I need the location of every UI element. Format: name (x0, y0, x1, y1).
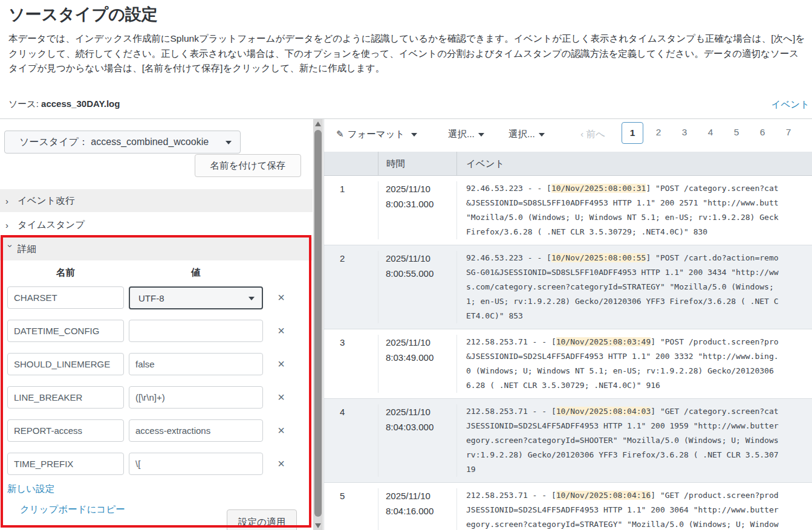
setting-row: UTF-8× (0, 286, 313, 309)
section-event-breaks[interactable]: › イベント改行 (0, 189, 313, 212)
chevron-down-icon (539, 133, 545, 137)
setting-value-input[interactable] (129, 419, 263, 442)
setting-value-select[interactable]: UTF-8 (129, 286, 263, 309)
timestamp-highlight: 10/Nov/2025:08:04:03 (556, 407, 651, 416)
event-raw-text: 212.58.253.71 - - [10/Nov/2025:08:04:03]… (457, 404, 812, 477)
section-event-breaks-label: イベント改行 (18, 195, 74, 207)
page-button-7[interactable]: 7 (778, 122, 799, 144)
chevron-down-icon: › (5, 244, 16, 256)
event-timestamp: 2025/11/108:00:31.000 (378, 181, 457, 239)
sourcetype-config-panel: ソースタイプ： access_combined_wcookie 名前を付けて保存… (0, 119, 323, 530)
section-timestamp[interactable]: › タイムスタンプ (0, 213, 313, 236)
event-row: 42025/11/108:04:03.000212.58.253.71 - - … (324, 399, 812, 483)
sourcetype-dropdown-label: ソースタイプ： (19, 137, 88, 147)
select-dropdown-2[interactable]: 選択... (508, 128, 545, 141)
remove-setting-button[interactable]: × (273, 455, 290, 472)
setting-name-input[interactable] (7, 419, 124, 442)
remove-setting-button[interactable]: × (273, 322, 290, 339)
setting-value-input[interactable] (129, 453, 263, 475)
remove-setting-button[interactable]: × (273, 355, 290, 372)
event-row-number: 4 (324, 404, 378, 477)
page-button-3[interactable]: 3 (674, 122, 695, 144)
event-raw-text: 92.46.53.223 - - [10/Nov/2025:08:00:31] … (457, 181, 812, 239)
page-button-4[interactable]: 4 (700, 122, 721, 144)
remove-setting-button[interactable]: × (273, 422, 290, 439)
event-row-number: 1 (324, 181, 378, 239)
setting-row: × (0, 386, 313, 409)
sourcetype-settings-page: ソースタイプの設定 本データでは、インデックス作成前にSplunkプラットフォー… (0, 0, 812, 530)
events-table-body: 12025/11/108:00:31.00092.46.53.223 - - [… (324, 176, 812, 530)
sourcetype-dropdown[interactable]: ソースタイプ： access_combined_wcookie (4, 131, 241, 154)
setting-row: × (0, 320, 313, 343)
chevron-down-icon (411, 133, 417, 137)
event-row-number: 5 (324, 488, 378, 530)
event-row: 22025/11/108:00:55.00092.46.53.223 - - [… (324, 245, 812, 329)
pencil-icon: ✎ (336, 129, 344, 140)
row-number-column-header (324, 152, 378, 176)
page-button-2[interactable]: 2 (648, 122, 669, 144)
page-button-1[interactable]: 1 (622, 122, 643, 144)
select-dropdown-1[interactable]: 選択... (448, 128, 484, 141)
source-filename: access_30DAY.log (41, 99, 120, 109)
new-setting-link[interactable]: 新しい設定 (7, 483, 54, 496)
timestamp-highlight: 10/Nov/2025:08:03:49 (556, 337, 651, 346)
setting-name-input[interactable] (7, 353, 124, 375)
event-timestamp: 2025/11/108:04:16.000 (378, 488, 457, 530)
scroll-down-arrow-icon[interactable] (313, 521, 323, 530)
pagination: 1234567 (622, 122, 804, 144)
page-description: 本データでは、インデックス作成前にSplunkプラットフォームがデータをどのよう… (8, 31, 808, 76)
source-file-line: ソース: access_30DAY.log (8, 99, 120, 110)
page-button-5[interactable]: 5 (726, 122, 747, 144)
event-timestamp: 2025/11/108:04:03.000 (378, 404, 457, 477)
event-raw-text: 212.58.253.71 - - [10/Nov/2025:08:04:16]… (457, 488, 812, 530)
name-column-header: 名前 (7, 267, 124, 279)
event-row: 32025/11/108:03:49.000212.58.253.71 - - … (324, 329, 812, 399)
remove-setting-button[interactable]: × (273, 289, 290, 306)
event-row-number: 3 (324, 335, 378, 393)
event-row: 52025/11/108:04:16.000212.58.253.71 - - … (324, 483, 812, 530)
scrollbar-thumb[interactable] (314, 130, 322, 517)
timestamp-highlight: 10/Nov/2025:08:00:55 (551, 253, 646, 262)
event-row: 12025/11/108:00:31.00092.46.53.223 - - [… (324, 176, 812, 245)
chevron-down-icon (248, 297, 255, 300)
event-timestamp: 2025/11/108:03:49.000 (378, 335, 457, 393)
event-raw-text: 92.46.53.223 - - [10/Nov/2025:08:00:55] … (457, 251, 812, 323)
apply-settings-button[interactable]: 設定の適用 (227, 509, 297, 530)
copy-to-clipboard-link[interactable]: クリップボードにコピー (20, 503, 125, 516)
page-button-6[interactable]: 6 (752, 122, 773, 144)
setting-value-input[interactable] (129, 353, 263, 375)
left-panel-scrollbar[interactable] (313, 119, 323, 530)
timestamp-highlight: 10/Nov/2025:08:04:16 (556, 491, 651, 500)
time-column-header: 時間 (378, 152, 457, 176)
chevron-right-icon: › (5, 220, 18, 230)
setting-name-input[interactable] (7, 386, 124, 409)
setting-name-input[interactable] (7, 453, 124, 475)
remove-setting-button[interactable]: × (273, 389, 290, 406)
format-dropdown[interactable]: ✎フォーマット (336, 128, 417, 141)
events-link[interactable]: イベント (771, 99, 810, 111)
chevron-down-icon (226, 141, 232, 144)
setting-row: × (0, 419, 313, 442)
setting-value-input[interactable] (129, 386, 263, 409)
section-advanced[interactable]: › 詳細 (0, 238, 313, 260)
value-column-header: 値 (129, 267, 263, 279)
previous-page-button[interactable]: ‹ 前へ (580, 128, 605, 141)
sourcetype-dropdown-value: access_combined_wcookie (91, 137, 209, 147)
events-toolbar: ✎フォーマット 選択... 選択... ‹ 前へ 1234567 (324, 119, 812, 152)
events-table-header: 時間 イベント (324, 152, 812, 176)
event-raw-text: 212.58.253.71 - - [10/Nov/2025:08:03:49]… (457, 335, 812, 393)
event-column-header: イベント (457, 152, 812, 176)
event-timestamp: 2025/11/108:00:55.000 (378, 251, 457, 323)
event-row-number: 2 (324, 251, 378, 323)
setting-name-input[interactable] (7, 286, 124, 309)
setting-name-input[interactable] (7, 320, 124, 342)
setting-value-input[interactable] (129, 320, 263, 342)
chevron-down-icon (478, 133, 484, 137)
save-as-button[interactable]: 名前を付けて保存 (195, 154, 301, 177)
scroll-up-arrow-icon[interactable] (313, 119, 323, 129)
chevron-right-icon: › (5, 196, 18, 206)
timestamp-highlight: 10/Nov/2025:08:00:31 (551, 184, 646, 193)
section-advanced-label: 詳細 (18, 243, 36, 256)
main-split-view: ソースタイプ： access_combined_wcookie 名前を付けて保存… (0, 118, 812, 530)
source-label: ソース: (8, 99, 39, 109)
